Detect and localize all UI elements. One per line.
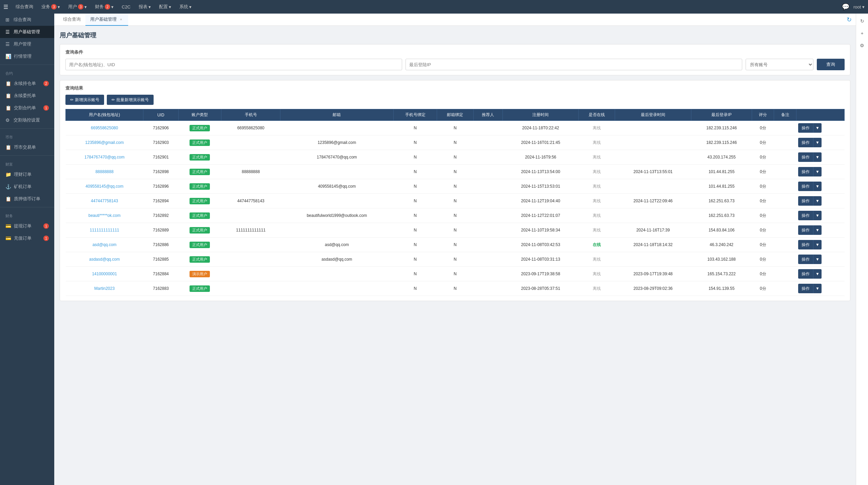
tab-close-icon[interactable]: × <box>119 17 123 22</box>
td-username[interactable]: 1784767470@qq.com <box>66 150 143 165</box>
operate-arrow-button[interactable]: ▼ <box>813 211 822 220</box>
td-email-bound: N <box>437 121 473 135</box>
topnav-item-报表[interactable]: 报表 ▾ <box>135 2 154 11</box>
operate-arrow-button[interactable]: ▼ <box>813 255 822 264</box>
topnav-item-综合查询[interactable]: 综合查询 <box>12 2 37 11</box>
td-remark <box>774 150 796 165</box>
td-phone-bound: N <box>393 179 437 194</box>
settings-right-icon[interactable]: ⚙ <box>857 41 867 50</box>
operate-button[interactable]: 操作 <box>798 182 813 191</box>
topnav-item-用户[interactable]: 用户 3 ▾ <box>65 2 90 11</box>
refresh-right-icon[interactable]: ↻ <box>857 16 867 26</box>
td-username[interactable]: asdasd@qq.com <box>66 252 143 267</box>
td-reg-time: 2024-11-12T22:01:07 <box>502 208 578 223</box>
topnav-item-系统[interactable]: 系统 ▾ <box>176 2 195 11</box>
tab-综合查询[interactable]: 综合查询 <box>58 14 85 26</box>
operate-button[interactable]: 操作 <box>798 225 813 235</box>
operate-button[interactable]: 操作 <box>798 138 813 147</box>
operate-button[interactable]: 操作 <box>798 152 813 162</box>
menu-icon[interactable]: ☰ <box>3 4 8 10</box>
td-username[interactable]: 409558145@qq.com <box>66 179 143 194</box>
td-username[interactable]: 14100000001 <box>66 267 143 281</box>
results-section-title: 查询结果 <box>65 85 845 91</box>
username-search-input[interactable] <box>65 59 402 70</box>
topnav-item-C2C[interactable]: C2C <box>118 3 134 11</box>
td-username[interactable]: asd@qq.com <box>66 238 143 252</box>
operate-button[interactable]: 操作 <box>798 211 813 220</box>
topnav-item-财务[interactable]: 财务 2 ▾ <box>92 2 117 11</box>
account-type-select[interactable]: 所有账号 正式用户 演示用户 <box>746 59 813 70</box>
td-username[interactable]: 669558625080 <box>66 121 143 135</box>
home-icon: ⊞ <box>5 17 11 22</box>
sidebar-item-永续持仓单[interactable]: 📋 永续持仓单 2 <box>0 77 54 90</box>
td-username[interactable]: 1111111111111 <box>66 223 143 238</box>
operate-arrow-button[interactable]: ▼ <box>813 269 822 279</box>
refresh-button[interactable]: ↻ <box>847 16 852 23</box>
td-uid: 7162886 <box>143 238 178 252</box>
tab-用户基础管理[interactable]: 用户基础管理 × <box>85 14 128 26</box>
operate-button[interactable]: 操作 <box>798 240 813 249</box>
operate-button[interactable]: 操作 <box>798 255 813 264</box>
topnav-label-用户: 用户 <box>68 4 77 10</box>
operate-arrow-button[interactable]: ▼ <box>813 182 822 191</box>
batch-add-demo-button[interactable]: ✏ 批量新增演示账号 <box>107 95 154 105</box>
query-button[interactable]: 查询 <box>817 59 845 70</box>
td-reg-time: 2024-11-08T03:42:53 <box>502 238 578 252</box>
td-username[interactable]: 1235896@gmail.com <box>66 135 143 150</box>
sidebar-item-交割合约单[interactable]: 📋 交割合约单 1 <box>0 102 54 114</box>
query-row: 所有账号 正式用户 演示用户 查询 <box>65 59 845 70</box>
operate-button[interactable]: 操作 <box>798 284 813 293</box>
sidebar-item-用户基础管理[interactable]: ☰ 用户基础管理 <box>0 26 54 38</box>
td-username[interactable]: 447447758143 <box>66 194 143 208</box>
sidebar-item-行情管理[interactable]: 📊 行情管理 <box>0 50 54 62</box>
topnav-item-配置[interactable]: 配置 ▾ <box>156 2 175 11</box>
td-username[interactable]: 88888888 <box>66 165 143 179</box>
sidebar-item-充值订单[interactable]: 💳 充值订单 1 <box>0 232 54 244</box>
td-last-login-time: 2024-11-13T13:55:01 <box>615 165 691 179</box>
td-phone <box>221 238 280 252</box>
ip-search-input[interactable] <box>406 59 742 70</box>
td-email <box>280 281 394 296</box>
sidebar-item-理财订单[interactable]: 📁 理财订单 <box>0 168 54 181</box>
td-username[interactable]: Martin2023 <box>66 281 143 296</box>
operate-arrow-button[interactable]: ▼ <box>813 225 822 235</box>
topnav-item-业务[interactable]: 业务 3 ▾ <box>38 2 63 11</box>
sidebar-item-提现订单[interactable]: 💳 提现订单 1 <box>0 220 54 232</box>
sidebar-item-综合查询[interactable]: ⊞ 综合查询 <box>0 14 54 26</box>
td-username[interactable]: beauti*****ok.com <box>66 208 143 223</box>
td-type: 正式用户 <box>178 150 221 165</box>
topnav-user[interactable]: root ▾ <box>853 4 865 10</box>
add-demo-button[interactable]: ✏ 新增演示账号 <box>65 95 104 105</box>
th-remark: 备注 <box>774 109 796 121</box>
operate-arrow-button[interactable]: ▼ <box>813 167 822 176</box>
operate-button[interactable]: 操作 <box>798 123 813 133</box>
td-remark <box>774 252 796 267</box>
td-email <box>280 165 394 179</box>
operate-button[interactable]: 操作 <box>798 269 813 279</box>
results-section: 查询结果 ✏ 新增演示账号 ✏ 批量新增演示账号 用户名(钱包地址) UID 账… <box>60 80 850 301</box>
td-phone-bound: N <box>393 238 437 252</box>
operate-arrow-button[interactable]: ▼ <box>813 123 822 133</box>
doc-icon: 📋 <box>5 93 11 98</box>
td-reg-time: 2024-11-12T19:04:40 <box>502 194 578 208</box>
sidebar-item-币市交易单[interactable]: 📋 币市交易单 <box>0 141 54 153</box>
operate-button[interactable]: 操作 <box>798 167 813 176</box>
chat-icon[interactable]: 💬 <box>842 3 849 11</box>
sidebar-item-质押借币订单[interactable]: 📋 质押借币订单 <box>0 193 54 205</box>
sidebar-item-用户管理[interactable]: ☰ 用户管理 <box>0 38 54 50</box>
operate-arrow-button[interactable]: ▼ <box>813 284 822 293</box>
operate-arrow-button[interactable]: ▼ <box>813 138 822 147</box>
sidebar-item-交割场控设置[interactable]: ⚙ 交割场控设置 <box>0 114 54 126</box>
sidebar-item-矿机订单[interactable]: ⚓ 矿机订单 <box>0 181 54 193</box>
operate-arrow-button[interactable]: ▼ <box>813 240 822 249</box>
add-right-icon[interactable]: + <box>857 29 867 38</box>
td-uid: 7162883 <box>143 281 178 296</box>
sidebar-badge-永续持仓单: 2 <box>43 81 49 86</box>
operate-arrow-button[interactable]: ▼ <box>813 152 822 162</box>
operate-arrow-button[interactable]: ▼ <box>813 196 822 206</box>
sidebar-item-永续委托单[interactable]: 📋 永续委托单 <box>0 90 54 102</box>
td-remark <box>774 194 796 208</box>
operate-button[interactable]: 操作 <box>798 196 813 206</box>
td-phone: 1111111111111 <box>221 223 280 238</box>
chevron-down-icon: ▾ <box>84 4 87 10</box>
